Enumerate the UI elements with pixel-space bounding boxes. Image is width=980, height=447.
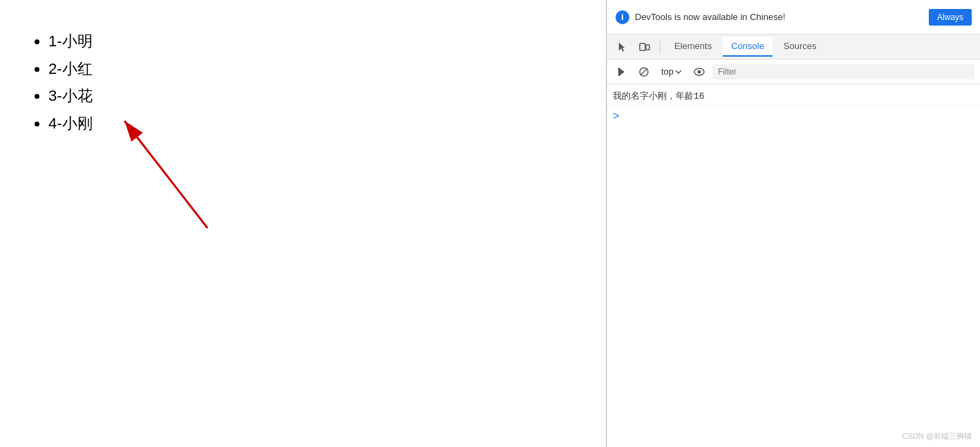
tab-sources[interactable]: Sources (775, 37, 825, 57)
chevron-down-icon (675, 70, 682, 74)
console-prompt[interactable]: > (607, 106, 980, 126)
svg-rect-5 (618, 68, 620, 76)
console-output[interactable]: 我的名字小刚，年龄16 > CSDN @前端三脚猫 (607, 84, 980, 447)
select-element-icon[interactable] (613, 37, 632, 57)
watermark-text: CSDN @前端三脚猫 (903, 432, 972, 440)
tab-divider (660, 40, 660, 54)
devtools-tab-bar: Elements Console Sources (607, 35, 980, 59)
devtools-panel: i DevTools is now available in Chinese! … (607, 0, 980, 447)
device-toolbar-icon[interactable] (635, 37, 654, 57)
prompt-symbol: > (613, 110, 619, 122)
context-top-label: top (661, 66, 674, 77)
context-selector[interactable]: top (657, 65, 686, 78)
live-expressions-icon[interactable] (690, 63, 708, 81)
list-item-4: 4-小刚 (48, 110, 578, 137)
svg-marker-4 (619, 68, 625, 76)
tab-console[interactable]: Console (723, 37, 773, 57)
info-icon: i (616, 10, 629, 24)
console-output-text: 我的名字小刚，年龄16 (613, 90, 705, 102)
run-icon[interactable] (613, 63, 631, 81)
notification-text: DevTools is now available in Chinese! (635, 12, 923, 22)
list-item-2: 2-小红 (48, 55, 578, 83)
console-toolbar: top (607, 59, 980, 84)
svg-point-9 (698, 70, 701, 73)
svg-rect-3 (646, 45, 649, 50)
list-item-1: 1-小明 (48, 28, 578, 55)
console-output-line: 我的名字小刚，年龄16 (607, 87, 980, 106)
devtools-notification-bar: i DevTools is now available in Chinese! … (607, 0, 980, 35)
list: 1-小明 2-小红 3-小花 4-小刚 (28, 28, 578, 137)
tab-elements[interactable]: Elements (666, 37, 720, 57)
watermark: CSDN @前端三脚猫 (903, 431, 972, 441)
webpage-panel: 1-小明 2-小红 3-小花 4-小刚 (0, 0, 607, 447)
filter-input[interactable] (712, 64, 974, 79)
svg-line-7 (640, 68, 647, 75)
always-button[interactable]: Always (929, 9, 972, 26)
svg-rect-2 (640, 44, 645, 50)
clear-console-icon[interactable] (635, 63, 653, 81)
output-text-content: 我的名字小刚，年龄16 (613, 91, 705, 102)
list-item-3: 3-小花 (48, 82, 578, 110)
